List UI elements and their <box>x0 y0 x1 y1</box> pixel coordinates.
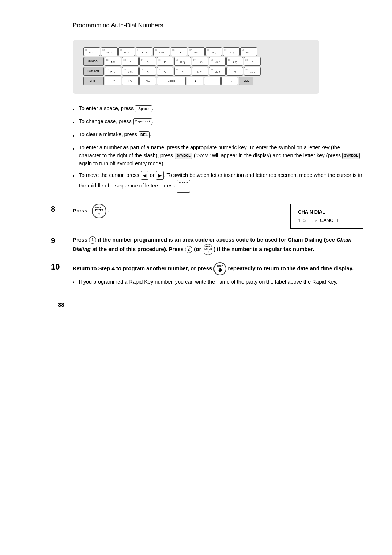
keyboard-diagram: 01Q / 1 02W / ^ 03E / # 04R / $ 05T / % … <box>73 40 319 94</box>
key-leftarr: ◀ <box>187 77 203 85</box>
key-i: 08I / ( <box>205 47 222 56</box>
bullet-space: • To enter a space, press Space. <box>73 105 363 114</box>
start-enter-key-inline: START/ENTER○ <box>203 244 213 255</box>
left-arrow-icon: ◀ <box>141 171 148 180</box>
key-space: Space <box>157 77 186 85</box>
step-10-number: 10 <box>51 262 73 272</box>
step-9-text3: (or <box>192 246 203 252</box>
bullet-text-cursor: To move the cursor, press ◀ or ▶. To swi… <box>79 171 363 193</box>
page-title: Programming Auto-Dial Numbers <box>73 22 363 29</box>
key-o: 09O / ) <box>223 47 240 56</box>
key-symbol: SYMBOL <box>83 57 104 66</box>
key-a: 12A / ! <box>105 57 121 66</box>
step-9-section: 9 Press 1 if the number programmed is an… <box>51 235 363 255</box>
key-x: 23X / > <box>122 67 139 76</box>
stop-key-icon: STOP ◉ <box>213 262 226 275</box>
key-del: DEL <box>239 77 253 85</box>
bullet-capslock: • To change case, press Caps Lock. <box>73 118 363 127</box>
bullet-dot-capslock: • <box>73 118 75 127</box>
key-at: 29@ <box>226 67 243 76</box>
menu-key-icon: MENU <box>177 180 191 193</box>
step-8-right-box: CHAIN DIAL 1=SET, 2=CANCEL <box>290 204 363 229</box>
bullet-del: • To clear a mistake, press DEL. <box>73 131 363 140</box>
key-d: 14D <box>139 57 156 66</box>
step-10-sub-bullets: • If you programmed a Rapid Key number, … <box>73 278 363 287</box>
key-r: 04R / $ <box>136 47 152 56</box>
step-9-text4: ) if the number is a regular fax number. <box>213 246 314 252</box>
bullet-dot-cursor: • <box>73 172 75 181</box>
step-9-number: 9 <box>51 236 73 246</box>
del-key-icon: DEL <box>139 131 150 138</box>
symbol-key-icon-2: SYMBOL <box>342 153 360 159</box>
bullet-text-del: To clear a mistake, press DEL. <box>79 131 363 139</box>
key-l: 20L / + <box>244 57 261 66</box>
bullet-cursor: • To move the cursor, press ◀ or ▶. To s… <box>73 171 363 193</box>
key-k: 19K / } <box>226 57 243 66</box>
key-shift: SHIFT <box>83 77 104 85</box>
step-9-content: Press 1 if the number programmed is an a… <box>73 235 363 255</box>
bullet-text-symbol: To enter a number as part of a name, pre… <box>79 144 363 167</box>
key-h: 17H / ) <box>192 57 208 66</box>
step-10-text2: repeatedly to return to the date and tim… <box>228 265 354 271</box>
keyboard-row-2: SYMBOL 12A / ! 13S 14D 15F 16G / ( 17H /… <box>83 57 309 66</box>
key-rightarr: ~ / . <box>221 77 238 85</box>
step-8-left: Press START/ ENTER ○ . <box>73 204 279 229</box>
key-f: 15F <box>157 57 173 66</box>
keyboard-row-4: SHIFT ~ / ^ ! / / +l ± Space ◀ – ~ / . D… <box>83 77 309 85</box>
bullet-dot-space: • <box>73 105 75 114</box>
step-10-text1: Return to Step 4 to program another numb… <box>73 265 213 271</box>
key-q: 01Q / 1 <box>83 47 100 56</box>
key-c: 24C <box>139 67 156 76</box>
right-arrow-icon: ▶ <box>156 171 164 180</box>
key-dash: – <box>204 77 221 85</box>
stop-label: STOP <box>217 265 223 267</box>
num-2-key: 2 <box>185 246 192 253</box>
stop-symbol: ◉ <box>218 267 222 272</box>
key-p: 10P / = <box>240 47 257 56</box>
space-key-icon: Space <box>135 105 152 112</box>
key-capslock: Caps Lock <box>83 67 104 76</box>
bullet-dot-del: • <box>73 131 75 140</box>
key-s: 13S <box>122 57 139 66</box>
key-m: 28M / ? <box>209 67 226 76</box>
key-plus: +l ± <box>139 77 156 85</box>
bullet-symbol: • To enter a number as part of a name, p… <box>73 144 363 167</box>
symbol-key-icon: SYMBOL <box>175 153 192 159</box>
key-w: 02W / ^ <box>101 47 118 56</box>
key-t: 05T / % <box>153 47 170 56</box>
start-enter-key-big: START/ ENTER ○ <box>92 204 106 218</box>
bullets-section: • To enter a space, press Space. • To ch… <box>73 105 363 193</box>
caps-lock-key-icon: Caps Lock <box>133 118 152 125</box>
step-10-section: 10 Return to Step 4 to program another n… <box>51 262 363 287</box>
bullet-text-space: To enter a space, press Space. <box>79 105 363 113</box>
step-8-number: 8 <box>51 204 73 214</box>
key-y: 06Y / & <box>171 47 187 56</box>
key-u: 07U / ^ <box>188 47 205 56</box>
key-v: 25V <box>157 67 173 76</box>
page-number: 38 <box>58 301 363 308</box>
step-9-text1: Press <box>73 236 89 243</box>
keyboard-row-3: Caps Lock 22Z / < 23X / > 24C 25V 26B 27… <box>83 67 309 76</box>
step-8-section: 8 Press START/ ENTER ○ . CHAIN DIAL 1=SE… <box>51 204 363 229</box>
key-slash: ! / / <box>122 77 139 85</box>
key-j: 18J / { <box>209 57 226 66</box>
bullet-text-capslock: To change case, press Caps Lock. <box>79 118 363 126</box>
bullet-dot-symbol: • <box>73 145 75 153</box>
step-10-main: Return to Step 4 to program another numb… <box>73 262 363 275</box>
num-1-key: 1 <box>89 236 96 244</box>
key-b: 26B <box>174 67 191 76</box>
key-e: 03E / # <box>118 47 135 56</box>
key-n: 27N / ^ <box>192 67 208 76</box>
key-com: 30.com <box>244 67 261 76</box>
keyboard-row-1: 01Q / 1 02W / ^ 03E / # 04R / $ 05T / % … <box>83 47 309 56</box>
step-10-content: Return to Step 4 to program another numb… <box>73 262 363 287</box>
step-8-press-label: Press <box>73 207 87 214</box>
step-8-period: . <box>108 207 110 214</box>
key-z: 22Z / < <box>105 67 121 76</box>
chain-dial-sub: 1=SET, 2=CANCEL <box>298 216 355 224</box>
sub-bullet-rapid-key: • If you programmed a Rapid Key number, … <box>73 278 363 287</box>
key-tilde: ~ / ^ <box>105 77 121 85</box>
chain-dial-title: CHAIN DIAL <box>298 208 355 216</box>
key-g: 16G / ( <box>174 57 191 66</box>
sub-bullet-dot: • <box>73 278 75 287</box>
